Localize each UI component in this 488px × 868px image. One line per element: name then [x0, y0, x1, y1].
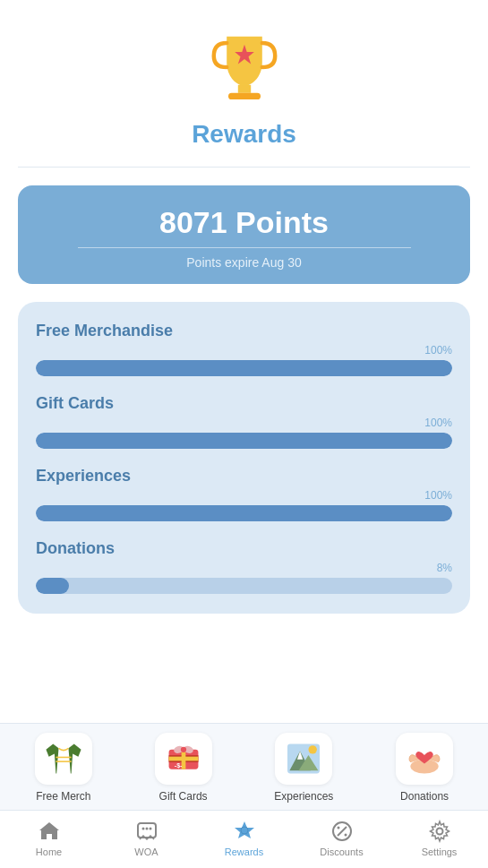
- svg-point-18: [309, 745, 317, 753]
- free-merch-icon-wrapper: [35, 733, 92, 785]
- progress-bar-bg-gift-cards: [36, 433, 452, 449]
- gift-cards-icon-wrapper: -$-: [155, 733, 212, 785]
- nav-item-home[interactable]: Home: [24, 820, 73, 857]
- settings-icon: [428, 820, 451, 843]
- category-tab-label-donations: Donations: [400, 790, 449, 803]
- nav-item-settings[interactable]: Settings: [415, 820, 464, 857]
- progress-label-free-merchandise: Free Merchandise: [36, 322, 452, 340]
- progress-bar-bg-experiences: [36, 505, 452, 521]
- svg-point-26: [337, 827, 339, 829]
- title-divider: [18, 167, 470, 168]
- nav-label-settings: Settings: [422, 847, 458, 857]
- nav-label-woa: WOA: [134, 847, 158, 857]
- progress-item-free-merchandise: Free Merchandise 100%: [36, 322, 452, 376]
- category-tab-donations[interactable]: Donations: [396, 733, 453, 803]
- experiences-icon-wrapper: [275, 733, 332, 785]
- nav-label-rewards: Rewards: [225, 847, 263, 857]
- progress-label-gift-cards: Gift Cards: [36, 394, 452, 413]
- points-banner: 8071 Points Points expire Aug 30: [18, 185, 470, 284]
- nav-label-discounts: Discounts: [320, 847, 363, 857]
- progress-percent-gift-cards: 100%: [424, 417, 452, 429]
- woa-icon: [135, 820, 158, 843]
- progress-bar-bg-donations: [36, 578, 452, 594]
- progress-bar-fill-experiences: [36, 505, 452, 521]
- page-title: Rewards: [192, 120, 296, 149]
- svg-point-24: [241, 827, 248, 834]
- points-value: 8071 Points: [36, 205, 452, 240]
- category-tab-label-free-merch: Free Merch: [36, 790, 90, 803]
- svg-rect-4: [56, 761, 71, 762]
- nav-item-discounts[interactable]: Discounts: [317, 820, 366, 857]
- svg-point-22: [145, 828, 148, 830]
- svg-rect-3: [56, 757, 71, 759]
- progress-percent-free-merchandise: 100%: [424, 344, 452, 357]
- home-icon: [38, 820, 61, 843]
- nav-label-home: Home: [36, 847, 62, 857]
- nav-item-woa[interactable]: WOA: [122, 820, 171, 857]
- category-tabs: Free Merch -$- Gift Cards: [0, 723, 488, 810]
- discounts-icon: [330, 820, 354, 843]
- category-tab-experiences[interactable]: Experiences: [274, 733, 333, 803]
- category-tab-gift-cards[interactable]: -$- Gift Cards: [155, 733, 212, 803]
- progress-percent-experiences: 100%: [424, 489, 452, 502]
- progress-bar-fill-gift-cards: [36, 433, 452, 449]
- svg-rect-8: [168, 757, 198, 761]
- svg-point-27: [344, 834, 347, 837]
- svg-rect-1: [228, 93, 261, 99]
- progress-bar-fill-free-merchandise: [36, 360, 452, 376]
- svg-point-21: [141, 828, 144, 830]
- progress-percent-donations: 8%: [437, 562, 452, 574]
- trophy-icon: [204, 27, 285, 111]
- main-content: Rewards 8071 Points Points expire Aug 30…: [0, 0, 488, 723]
- points-banner-divider: [78, 247, 411, 248]
- svg-point-23: [149, 828, 151, 830]
- progress-item-experiences: Experiences 100%: [36, 467, 452, 521]
- progress-label-experiences: Experiences: [36, 467, 452, 486]
- progress-bar-fill-donations: [36, 578, 69, 594]
- bottom-nav: Home WOA Rewards Discounts: [0, 810, 488, 868]
- donations-icon-wrapper: [396, 733, 453, 785]
- category-tab-label-experiences: Experiences: [274, 790, 333, 803]
- progress-label-donations: Donations: [36, 539, 452, 558]
- rewards-icon: [233, 820, 256, 843]
- svg-text:-$-: -$-: [174, 762, 182, 769]
- svg-rect-20: [138, 823, 156, 838]
- nav-item-rewards[interactable]: Rewards: [219, 820, 269, 857]
- svg-point-29: [436, 829, 442, 835]
- progress-card: Free Merchandise 100% Gift Cards 100% Ex…: [18, 302, 470, 614]
- progress-item-donations: Donations 8%: [36, 539, 452, 594]
- svg-point-11: [180, 747, 185, 752]
- svg-rect-0: [237, 85, 250, 93]
- points-expiry: Points expire Aug 30: [36, 255, 452, 270]
- progress-bar-bg-free-merchandise: [36, 360, 452, 376]
- progress-item-gift-cards: Gift Cards 100%: [36, 394, 452, 449]
- category-tab-label-gift-cards: Gift Cards: [159, 790, 208, 803]
- category-tab-free-merch[interactable]: Free Merch: [35, 733, 92, 803]
